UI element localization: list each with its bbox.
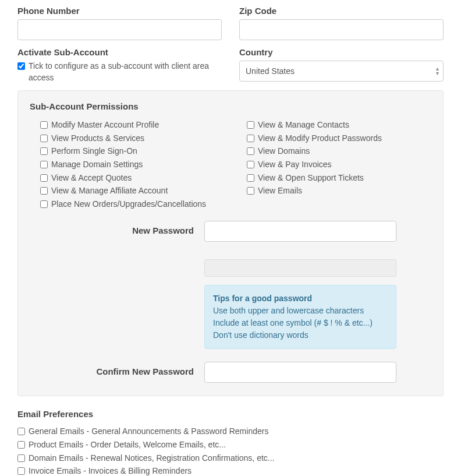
new-password-input[interactable]: [204, 221, 396, 242]
password-tips: Tips for a good password Use both upper …: [204, 285, 396, 349]
zip-input[interactable]: [239, 19, 444, 40]
perm-checkbox[interactable]: [40, 135, 48, 142]
pref-checkbox[interactable]: [17, 454, 25, 462]
pref-checkbox[interactable]: [17, 467, 25, 475]
perm-checkbox[interactable]: [40, 174, 48, 182]
perm-checkbox[interactable]: [247, 161, 254, 168]
confirm-password-label: Confirm New Password: [30, 362, 204, 376]
tips-line: Use both upper and lowercase characters: [213, 305, 388, 317]
perm-label: View & Open Support Tickets: [258, 172, 364, 184]
activate-label: Activate Sub-Account: [17, 47, 222, 57]
perm-checkbox[interactable]: [247, 135, 254, 142]
perm-label: Place New Orders/Upgrades/Cancellations: [51, 199, 206, 210]
pref-label: Invoice Emails - Invoices & Billing Remi…: [29, 466, 192, 476]
activate-checkbox-label: Tick to configure as a sub-account with …: [29, 61, 222, 83]
perm-label: View Products & Services: [51, 133, 144, 144]
phone-label: Phone Number: [17, 6, 222, 16]
password-strength-bar: [204, 259, 396, 277]
pref-checkbox[interactable]: [17, 428, 25, 435]
tips-title: Tips for a good password: [213, 292, 388, 305]
country-label: Country: [239, 47, 444, 57]
perm-label: View Domains: [258, 146, 310, 157]
perm-checkbox[interactable]: [247, 147, 254, 155]
perm-label: View & Pay Invoices: [258, 159, 332, 171]
perm-label: Modify Master Account Profile: [51, 119, 159, 131]
perm-label: View & Manage Affiliate Account: [51, 185, 168, 197]
permissions-panel: Sub-Account Permissions Modify Master Ac…: [17, 90, 444, 396]
perm-checkbox[interactable]: [40, 200, 48, 208]
pref-label: Product Emails - Order Details, Welcome …: [29, 439, 226, 451]
pref-label: General Emails - General Announcements &…: [29, 426, 268, 438]
perm-label: View & Accept Quotes: [51, 172, 132, 184]
pref-checkbox[interactable]: [17, 441, 25, 449]
perm-checkbox[interactable]: [40, 121, 48, 129]
zip-label: Zip Code: [239, 6, 444, 16]
perm-checkbox[interactable]: [40, 161, 48, 168]
perm-label: View & Modify Product Passwords: [258, 133, 382, 144]
perm-checkbox[interactable]: [247, 187, 254, 195]
perm-checkbox[interactable]: [247, 121, 254, 129]
country-select[interactable]: United States: [239, 61, 444, 82]
perm-checkbox[interactable]: [40, 187, 48, 195]
confirm-password-input[interactable]: [204, 362, 396, 383]
activate-checkbox[interactable]: [17, 62, 25, 70]
tips-line: Don't use dictionary words: [213, 329, 388, 341]
perm-label: Perform Single Sign-On: [51, 146, 137, 157]
perm-label: Manage Domain Settings: [51, 159, 143, 171]
email-prefs-title: Email Preferences: [17, 409, 444, 419]
perm-checkbox[interactable]: [40, 147, 48, 155]
perm-checkbox[interactable]: [247, 174, 254, 182]
phone-input[interactable]: [17, 19, 222, 40]
pref-label: Domain Emails - Renewal Notices, Registr…: [29, 453, 275, 464]
new-password-label: New Password: [30, 221, 204, 235]
permissions-title: Sub-Account Permissions: [30, 101, 431, 111]
perm-label: View & Manage Contacts: [258, 119, 349, 131]
tips-line: Include at least one symbol (# $ ! % & e…: [213, 317, 388, 329]
perm-label: View Emails: [258, 185, 302, 197]
